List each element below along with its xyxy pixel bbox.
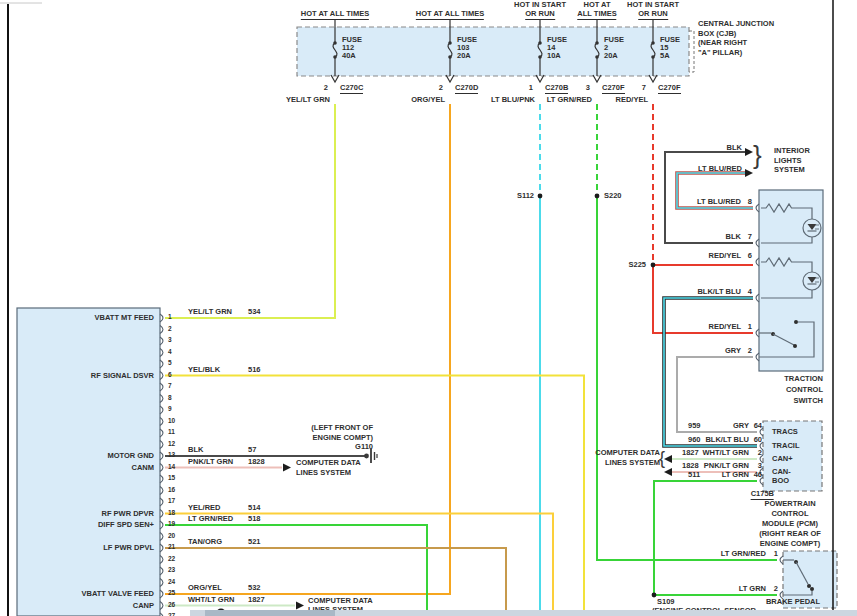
interior-sys-1: INTERIOR [774, 147, 810, 155]
fuse-connector-3[interactable]: C270F [602, 84, 625, 94]
horizontal-scrollbar-track[interactable] [190, 610, 857, 616]
sw-pin2-name: GRY [725, 347, 741, 355]
g110-label-1: (LEFT FRONT OF [311, 424, 373, 432]
fuse-header-2-1: OR RUN [525, 10, 555, 20]
offpage-arrow-interior-blk-icon [745, 148, 753, 156]
brake-pin1-name: LT GRN/RED [721, 550, 766, 558]
fuse-pin-1: 2 [439, 84, 443, 92]
pcm-row4-pin: 3 [758, 462, 762, 470]
abs-module-pins-number-6: 6 [168, 372, 172, 379]
brake-label: BRAKE PEDAL [766, 598, 820, 606]
mod-pin18-name: RF PWR DPVR [102, 510, 155, 518]
cdl-canm-2: LINES SYSTEM [296, 469, 351, 477]
pcm-row1-name: GRY [733, 422, 749, 430]
sw-pin6-num: 6 [748, 252, 752, 260]
sw-label-3: SWITCH [793, 397, 823, 405]
abs-module-pins-number-12: 12 [168, 441, 175, 448]
wiring-diagram-page: CENTRAL JUNCTIONBOX (CJB)(NEAR RIGHT"A" … [0, 0, 857, 616]
mod-pin6-name: RF SIGNAL DSVR [91, 372, 154, 380]
splice-s109 [652, 593, 657, 598]
fuse-header-1-0: HOT AT ALL TIMES [416, 10, 484, 20]
cjb-label-3: (NEAR RIGHT [698, 39, 747, 47]
abs-module-pins-number-13: 13 [168, 452, 175, 459]
fuse-pin-4: 7 [642, 84, 646, 92]
abs-module-pins-number-5: 5 [168, 360, 172, 367]
abs-module-pins-number-24: 24 [168, 579, 175, 586]
fuse-amp-2: 10A [547, 52, 561, 60]
mod-row13-name: BLK [188, 446, 203, 454]
pcm-row2-name: BLK/LT BLU [705, 436, 749, 444]
sw-pin1-name: RED/YEL [708, 323, 741, 331]
abs-module-pins-number-10: 10 [168, 418, 175, 425]
abs-module-pins-number-2: 2 [168, 326, 172, 333]
splice-s225 [651, 263, 656, 268]
offpage-arrow-interior-ltblured-icon [745, 169, 753, 177]
pcm-row1-pin: 64 [754, 422, 762, 430]
wire-lt-grn-511-boo [654, 481, 757, 595]
pcm-row5-name: LT GRN [722, 471, 749, 479]
mod-row14-name: PNK/LT GRN [188, 458, 233, 466]
wire-yel-lt-grn-534 [165, 104, 335, 318]
mod-row26-name: WHT/LT GRN [188, 596, 235, 604]
cdl-canm-1: COMPUTER DATA [296, 459, 361, 467]
offpage-arrow-can-plus-icon [664, 455, 672, 463]
sw-label-1: TRACTION [784, 375, 823, 383]
fuse-connector-2[interactable]: C270B [545, 84, 568, 94]
cdl-pcm-brace: { [659, 449, 665, 467]
splice-label-s112: S112 [517, 192, 534, 200]
mod-row25-circ: 532 [248, 584, 261, 592]
offpage-arrow-canm-icon [283, 464, 291, 472]
sw-pin7-num: 7 [748, 233, 752, 241]
abs-module-pins-number-16: 16 [168, 487, 175, 494]
mod-row19-name: LT GRN/RED [188, 515, 233, 523]
fuse-pin-2: 1 [529, 84, 533, 92]
pcm-row4-circ: 1828 [682, 462, 699, 470]
splice-s112 [538, 194, 543, 199]
sw-label-2: CONTROL [786, 386, 823, 394]
offpage-arrow-canp-icon [296, 602, 304, 610]
brake-pin2-num: 2 [774, 585, 778, 593]
mod-row1-circ: 534 [248, 308, 261, 316]
mod-row6-circ: 516 [248, 366, 261, 374]
abs-module-pins-number-11: 11 [168, 429, 175, 436]
pcm-pin-canm: CAN- [772, 468, 791, 476]
fuse-connector-1[interactable]: C270D [455, 84, 478, 94]
fuse-wire-color-2: LT BLU/PNK [491, 96, 535, 104]
mod-pin14-name: CANM [132, 464, 155, 472]
pcm-label-3: MODULE (PCM) [762, 520, 818, 528]
abs-module-pins-number-3: 3 [168, 337, 172, 344]
mod-row19-circ: 518 [248, 515, 261, 523]
mod-row13-circ: 57 [248, 446, 256, 454]
mod-row21-name: TAN/ORG [188, 538, 222, 546]
offpage-arrow-can-minus-icon [664, 468, 672, 476]
splice-label-s109: S109 [657, 598, 675, 606]
fuse-header-4-0: HOT IN START [627, 1, 679, 9]
mod-row18-name: YEL/RED [188, 504, 221, 512]
horizontal-scrollbar-thumb[interactable] [205, 610, 335, 616]
pcm-label-2: CONTROL [771, 510, 808, 518]
pcm-pin-boo: BOO [772, 477, 789, 485]
pcm-row3-name: WHT/LT GRN [702, 449, 749, 457]
pcm-row3-circ: 1827 [682, 449, 699, 457]
mod-pin21-name: LF PWR DPVL [103, 544, 154, 552]
fuse-pin-3: 3 [586, 84, 590, 92]
brake-pin2-name: LT GRN [739, 585, 766, 593]
pcm-pin-tracs: TRACS [772, 428, 798, 436]
cdl-pcm-1: COMPUTER DATA [595, 449, 660, 457]
fuse-connector-0[interactable]: C270C [340, 84, 363, 94]
mod-row18-circ: 514 [248, 504, 261, 512]
fuse-amp-0: 40A [342, 52, 356, 60]
splice-s220 [595, 194, 600, 199]
mod-row25-name: ORG/YEL [188, 584, 222, 592]
abs-module-pins-number-20: 20 [168, 533, 175, 540]
component-internals [364, 204, 821, 595]
sw-pin6-name: RED/YEL [708, 252, 741, 260]
mod-pin19-name: DIFF SPD SEN+ [98, 521, 154, 529]
fuse-connector-4[interactable]: C270F [658, 84, 681, 94]
fuse-amp-3: 20A [604, 52, 618, 60]
abs-module-pins-number-18: 18 [168, 510, 175, 517]
mod-pin26-name: CANP [133, 602, 154, 610]
abs-module-pins-number-22: 22 [168, 556, 175, 563]
wire-yel-blk-516 [165, 376, 584, 613]
pcm-row5-circ: 511 [688, 471, 700, 479]
